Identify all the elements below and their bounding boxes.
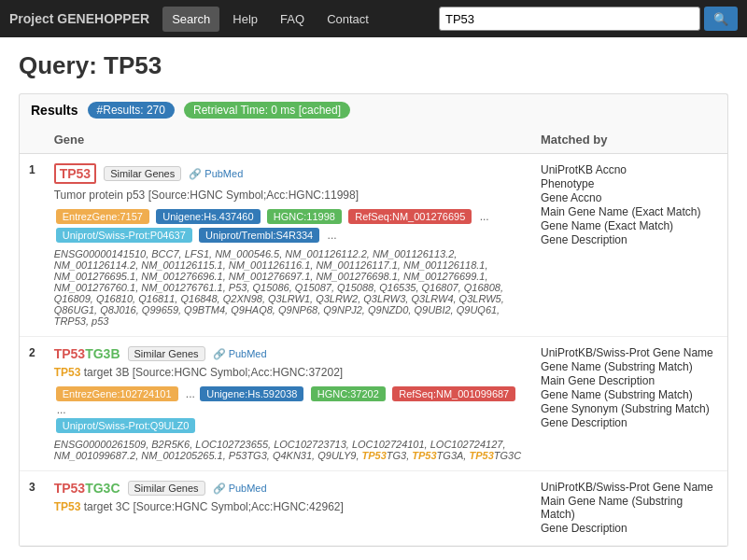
matched-item: Gene Description xyxy=(541,233,718,246)
pubmed-icon-1: 🔗 PubMed xyxy=(189,168,243,180)
table-header-row: Gene Matched by xyxy=(20,126,727,154)
gene-name-2: TP53TG3B xyxy=(54,346,120,361)
search-area: 🔍 xyxy=(439,7,738,31)
gene-name-tp53-part-3: TP53 xyxy=(54,481,85,496)
results-label: Results xyxy=(31,103,78,118)
gene-name-box-1: TP53 xyxy=(54,163,96,184)
pubmed-link-1[interactable]: 🔗 PubMed xyxy=(189,168,243,180)
matched-item: UniProtKB/Swiss-Prot Gene Name xyxy=(541,346,718,359)
tag-uniprot1-1[interactable]: Uniprot/Swiss-Prot:P04637 xyxy=(56,228,192,243)
table-row: 2 TP53TG3B Similar Genes 🔗 PubMed TP53 t… xyxy=(20,337,727,471)
tag-uniprot-2[interactable]: Uniprot/Swiss-Prot:Q9ULZ0 xyxy=(56,418,196,433)
pubmed-link-2[interactable]: 🔗 PubMed xyxy=(213,348,267,360)
nav-search[interactable]: Search xyxy=(162,7,219,32)
matched-cell-2: UniProtKB/Swiss-Prot Gene Name Gene Name… xyxy=(531,337,727,471)
results-table-wrapper: Gene Matched by 1 TP53 Similar Genes xyxy=(19,126,728,547)
col-num xyxy=(20,126,45,154)
gene-desc-1: Tumor protein p53 [Source:HGNC Symbol;Ac… xyxy=(54,189,522,202)
pubmed-icon-2: 🔗 PubMed xyxy=(213,348,267,360)
tags-row-2: EntrezGene:102724101 ... Unigene:Hs.5920… xyxy=(54,385,522,435)
brand-logo: Project GENEHOPPER xyxy=(9,11,149,26)
matched-cell-3: UniProtKB/Swiss-Prot Gene Name Main Gene… xyxy=(531,471,727,546)
matched-item: Phenotype xyxy=(541,177,718,190)
matched-item: Gene Description xyxy=(541,416,718,429)
row-num-3: 3 xyxy=(20,471,45,546)
gene-name-tg3c-part-3: TG3C xyxy=(85,481,120,496)
tag-uniprot2-1[interactable]: Uniprot/Trembl:S4R334 xyxy=(199,228,319,243)
matched-item: UniProtKB Accno xyxy=(541,163,718,176)
results-count-badge: #Results: 270 xyxy=(88,102,175,119)
nav-help[interactable]: Help xyxy=(223,7,267,32)
similar-genes-btn-3[interactable]: Similar Genes xyxy=(128,481,205,496)
table-row: 3 TP53TG3C Similar Genes 🔗 PubMed TP53 t… xyxy=(20,471,727,546)
gene-name-3: TP53TG3C xyxy=(54,481,120,496)
nav-faq[interactable]: FAQ xyxy=(271,7,314,32)
gene-cell-2: TP53TG3B Similar Genes 🔗 PubMed TP53 tar… xyxy=(45,337,531,471)
matched-item: UniProtKB/Swiss-Prot Gene Name xyxy=(541,481,718,494)
gene-name-tg3b-part: TG3B xyxy=(85,346,120,361)
matched-cell-1: UniProtKB Accno Phenotype Gene Accno Mai… xyxy=(531,154,727,337)
tag-unigene-1[interactable]: Unigene:Hs.437460 xyxy=(156,209,260,224)
matched-item: Gene Name (Substring Match) xyxy=(541,360,718,373)
results-table: Gene Matched by 1 TP53 Similar Genes xyxy=(20,126,727,546)
gene-desc-2: TP53 target 3B [Source:HGNC Symbol;Acc:H… xyxy=(54,366,522,379)
gene-name-tp53-part: TP53 xyxy=(54,346,85,361)
aliases-2: ENSG00000261509, B2R5K6, LOC102723655, L… xyxy=(54,439,522,461)
retrieval-time-badge: Retrieval Time: 0 ms [cached] xyxy=(184,102,350,119)
tag-hgnc-2[interactable]: HGNC:37202 xyxy=(311,386,386,401)
similar-genes-btn-1[interactable]: Similar Genes xyxy=(104,166,181,181)
search-input[interactable] xyxy=(439,7,700,31)
tag-refseq-1[interactable]: RefSeq:NM_001276695 xyxy=(348,209,472,224)
tag-more-1: ... xyxy=(480,210,489,223)
gene-cell-1: TP53 Similar Genes 🔗 PubMed Tumor protei… xyxy=(45,154,531,337)
row-num-1: 1 xyxy=(20,154,45,337)
row-num-2: 2 xyxy=(20,337,45,471)
matched-item: Main Gene Name (Exact Match) xyxy=(541,205,718,218)
matched-item: Main Gene Name (Substring Match) xyxy=(541,495,718,521)
tag-hgnc-1[interactable]: HGNC:11998 xyxy=(267,209,342,224)
tag-unigene-2[interactable]: Unigene:Hs.592038 xyxy=(200,386,303,401)
tag-more-2b: ... xyxy=(57,403,66,416)
matched-item: Gene Synonym (Substring Match) xyxy=(541,402,718,415)
pubmed-icon-3: 🔗 PubMed xyxy=(213,483,267,495)
tag-more-2a: ... xyxy=(186,387,195,400)
table-row: 1 TP53 Similar Genes 🔗 PubMed T xyxy=(20,154,727,337)
gene-desc-3: TP53 target 3C [Source:HGNC Symbol;Acc:H… xyxy=(54,500,522,513)
tag-entrez-2[interactable]: EntrezGene:102724101 xyxy=(56,386,178,401)
tag-entrez-1[interactable]: EntrezGene:7157 xyxy=(56,209,149,224)
matched-item: Main Gene Description xyxy=(541,374,718,387)
similar-genes-btn-2[interactable]: Similar Genes xyxy=(128,346,205,361)
pubmed-link-3[interactable]: 🔗 PubMed xyxy=(213,483,267,495)
tag-more2-1: ... xyxy=(328,229,337,242)
matched-item: Gene Name (Substring Match) xyxy=(541,388,718,401)
tag-refseq-2[interactable]: RefSeq:NM_001099687 xyxy=(392,386,515,401)
col-gene-header: Gene xyxy=(45,126,531,154)
matched-item: Gene Name (Exact Match) xyxy=(541,219,718,232)
aliases-1: ENSG00000141510, BCC7, LFS1, NM_000546.5… xyxy=(54,248,522,327)
tags-row-1: EntrezGene:7157 Unigene:Hs.437460 HGNC:1… xyxy=(54,207,522,245)
gene-cell-3: TP53TG3C Similar Genes 🔗 PubMed TP53 tar… xyxy=(45,471,531,546)
matched-item: Gene Accno xyxy=(541,191,718,204)
search-button[interactable]: 🔍 xyxy=(704,7,738,31)
page-content: Query: TP53 Results #Results: 270 Retrie… xyxy=(0,37,747,560)
query-title: Query: TP53 xyxy=(19,51,728,80)
gene-name-1: TP53 xyxy=(60,166,91,181)
col-matched-header: Matched by xyxy=(531,126,727,154)
nav-contact[interactable]: Contact xyxy=(317,7,378,32)
matched-item: Gene Description xyxy=(541,522,718,535)
navbar: Project GENEHOPPER Search Help FAQ Conta… xyxy=(0,0,747,37)
